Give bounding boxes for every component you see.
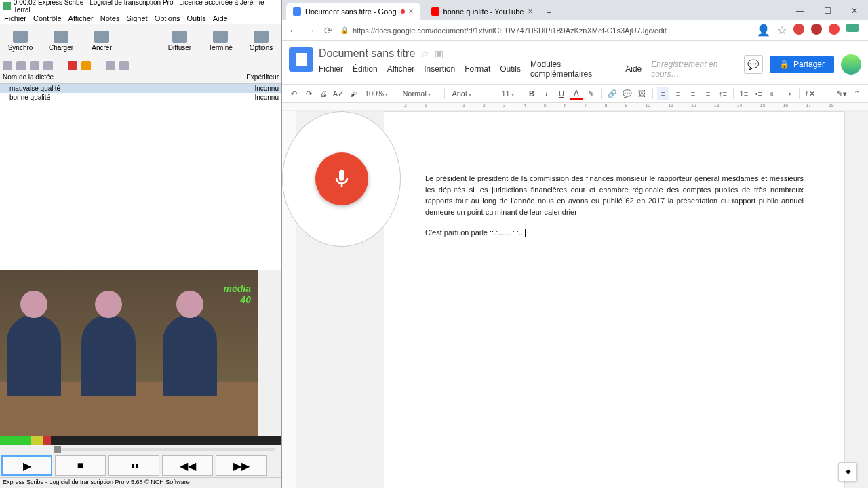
menu-insertion[interactable]: Insertion (424, 64, 455, 74)
es-menu-fichier[interactable]: Fichier (4, 14, 26, 22)
stop-button[interactable]: ■ (55, 455, 106, 476)
es-menu-afficher[interactable]: Afficher (68, 14, 94, 22)
es-menu-notes[interactable]: Notes (100, 14, 120, 22)
mini-note-icon[interactable] (119, 61, 129, 70)
ribbon-ancrer[interactable]: Ancrer (81, 24, 122, 58)
tab-google-docs[interactable]: Document sans titre - Goog × (286, 3, 420, 20)
ext3-icon[interactable] (829, 24, 840, 35)
mini-cut-icon[interactable] (43, 61, 53, 70)
document-page[interactable]: Le président le président de la commissi… (384, 111, 845, 488)
doc-title[interactable]: Document sans titre (319, 47, 415, 60)
es-menu-aide[interactable]: Aide (213, 14, 228, 22)
rewind-button[interactable]: ◀◀ (162, 455, 213, 476)
close-button[interactable]: ✕ (841, 1, 868, 20)
underline-icon[interactable]: U (555, 87, 568, 100)
ext1-icon[interactable] (793, 24, 804, 35)
forward-button[interactable]: ▶▶ (216, 455, 267, 476)
highlight-icon[interactable]: ✎ (585, 87, 597, 100)
ribbon-synchro[interactable]: Synchro (0, 24, 41, 58)
paint-icon[interactable]: 🖌 (347, 87, 359, 100)
numbered-list-icon[interactable]: 1≡ (738, 87, 750, 100)
es-menu-options[interactable]: Options (155, 14, 180, 22)
tab-close-icon[interactable]: × (409, 7, 414, 16)
menu-afficher[interactable]: Afficher (387, 64, 414, 74)
align-justify-icon[interactable]: ≡ (702, 87, 714, 100)
text-color-icon[interactable]: A (570, 87, 583, 100)
indent-less-icon[interactable]: ⇤ (768, 87, 780, 100)
es-menu-controle[interactable]: Contrôle (33, 14, 62, 22)
voice-typing-widget[interactable] (282, 111, 401, 247)
italic-icon[interactable]: I (540, 87, 553, 100)
horizontal-ruler[interactable]: 21123456789101112131415161718 (282, 103, 868, 111)
mini-new-icon[interactable] (3, 61, 12, 70)
comments-button[interactable]: 💬 (744, 55, 763, 74)
col-name[interactable]: Nom de la dictée (0, 73, 241, 83)
undo-icon[interactable]: ↶ (288, 87, 300, 100)
style-select[interactable]: Normal (399, 88, 440, 99)
new-tab-button[interactable]: + (539, 4, 558, 20)
link-icon[interactable]: 🔗 (606, 87, 618, 100)
scrub-bar[interactable] (0, 445, 281, 454)
mini-copy-icon[interactable] (30, 61, 39, 70)
mini-flag2-icon[interactable] (81, 61, 91, 70)
start-button[interactable]: ⏮ (108, 455, 159, 476)
spellcheck-icon[interactable]: A✓ (332, 87, 344, 100)
es-menu-signet[interactable]: Signet (126, 14, 147, 22)
back-button[interactable]: ← (288, 25, 298, 36)
reload-button[interactable]: ⟳ (323, 25, 334, 36)
image-icon[interactable]: 🖼 (636, 87, 648, 100)
maximize-button[interactable]: ☐ (814, 1, 841, 20)
tab-youtube[interactable]: bonne qualité - YouTube × (425, 3, 540, 20)
ext2-icon[interactable] (811, 24, 822, 35)
line-spacing-icon[interactable]: ↕≡ (717, 87, 729, 100)
expand-icon[interactable]: ⌃ (850, 87, 863, 100)
menu-modules[interactable]: Modules complémentaires (530, 60, 616, 79)
folder-icon[interactable]: ▣ (435, 48, 443, 59)
list-row[interactable]: mauvaise qualité Inconnu (0, 84, 281, 93)
forward-button[interactable]: → (305, 25, 316, 36)
play-button[interactable]: ▶ (1, 455, 52, 476)
docs-logo-icon[interactable] (289, 47, 313, 72)
indent-more-icon[interactable]: ⇥ (783, 87, 795, 100)
font-select[interactable]: Arial (449, 88, 490, 99)
url-field[interactable]: 🔒 https://docs.google.com/document/d/1xt… (340, 26, 750, 35)
print-icon[interactable]: 🖨 (317, 87, 330, 100)
editing-mode-icon[interactable]: ✎▾ (835, 87, 848, 100)
star-icon[interactable]: ☆ (777, 24, 787, 37)
menu-fichier[interactable]: Fichier (319, 64, 343, 74)
minimize-button[interactable]: — (787, 1, 814, 20)
bold-icon[interactable]: B (526, 87, 538, 100)
share-button[interactable]: 🔒 Partager (770, 56, 834, 73)
zoom-select[interactable]: 100% (362, 88, 391, 99)
menu-edition[interactable]: Édition (353, 64, 378, 74)
list-row[interactable]: bonne qualité Inconnu (0, 93, 281, 102)
profile-icon[interactable]: 👤 (757, 24, 770, 37)
star-icon[interactable]: ☆ (420, 48, 429, 59)
explore-button[interactable]: ✦ (838, 462, 857, 481)
ribbon-diffuser[interactable]: Diffuser (159, 24, 200, 58)
volume-slider[interactable] (258, 270, 281, 436)
bullet-list-icon[interactable]: •≡ (753, 87, 765, 100)
mini-save-icon[interactable] (16, 61, 26, 70)
scrub-thumb[interactable] (54, 446, 61, 453)
menu-outils[interactable]: Outils (500, 64, 521, 74)
mini-flag-icon[interactable] (68, 61, 77, 70)
redo-icon[interactable]: ↷ (302, 87, 315, 100)
align-left-icon[interactable]: ≡ (657, 87, 669, 100)
clear-format-icon[interactable]: T✕ (804, 87, 816, 100)
ribbon-termine[interactable]: Terminé (200, 24, 241, 58)
ext4-icon[interactable] (846, 24, 859, 32)
col-sender[interactable]: Expéditeur (241, 73, 281, 83)
mic-button[interactable] (315, 152, 368, 205)
ribbon-options[interactable]: Options (241, 24, 281, 58)
tab-close-icon[interactable]: × (528, 7, 532, 16)
size-select[interactable]: 11 (498, 88, 516, 99)
menu-aide[interactable]: Aide (625, 64, 642, 74)
align-center-icon[interactable]: ≡ (672, 87, 684, 100)
menu-format[interactable]: Format (465, 64, 490, 74)
align-right-icon[interactable]: ≡ (687, 87, 699, 100)
es-menu-outils[interactable]: Outils (187, 14, 206, 22)
mini-attach-icon[interactable] (106, 61, 115, 70)
comment-icon[interactable]: 💬 (621, 87, 633, 100)
ribbon-charger[interactable]: Charger (41, 24, 81, 58)
